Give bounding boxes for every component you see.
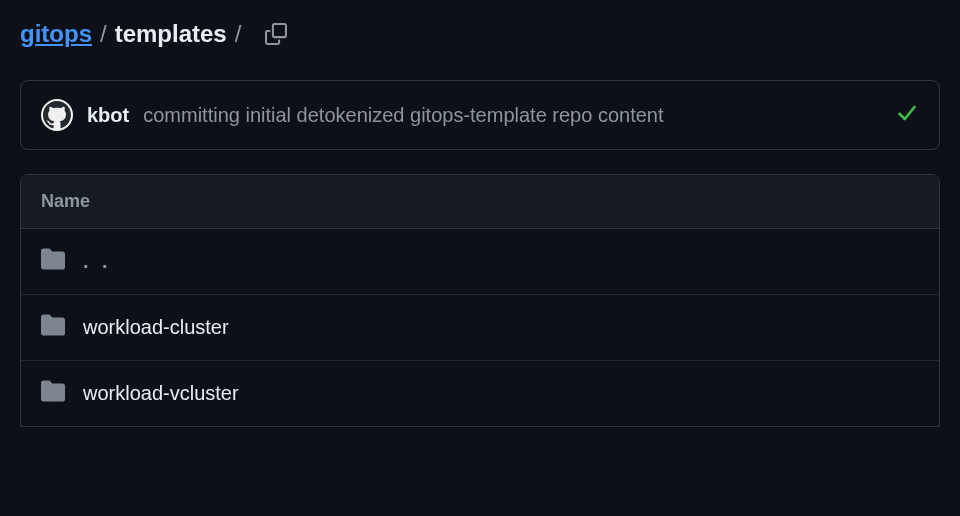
avatar[interactable] bbox=[41, 99, 73, 131]
breadcrumb-current: templates bbox=[115, 20, 227, 48]
breadcrumb-repo-link[interactable]: gitops bbox=[20, 20, 92, 48]
breadcrumb: gitops / templates / bbox=[20, 20, 940, 48]
commit-author[interactable]: kbot bbox=[87, 104, 129, 127]
commit-message[interactable]: committing initial detokenized gitops-te… bbox=[143, 104, 881, 127]
status-check-icon[interactable] bbox=[895, 101, 919, 129]
table-row-parent[interactable]: . . bbox=[21, 229, 939, 295]
folder-icon bbox=[41, 247, 65, 276]
folder-link[interactable]: workload-vcluster bbox=[83, 382, 239, 405]
folder-link[interactable]: workload-cluster bbox=[83, 316, 229, 339]
table-row[interactable]: workload-vcluster bbox=[21, 361, 939, 426]
table-row[interactable]: workload-cluster bbox=[21, 295, 939, 361]
latest-commit: kbot committing initial detokenized gito… bbox=[20, 80, 940, 150]
breadcrumb-separator: / bbox=[100, 20, 107, 48]
folder-icon bbox=[41, 313, 65, 342]
file-listing-table: Name . . workload-cluster workload-vclus… bbox=[20, 174, 940, 427]
github-avatar-icon bbox=[43, 101, 71, 129]
folder-icon bbox=[41, 379, 65, 408]
copy-path-button[interactable] bbox=[265, 23, 287, 45]
table-header-name: Name bbox=[21, 175, 939, 229]
parent-directory-link[interactable]: . . bbox=[83, 250, 112, 273]
breadcrumb-trailing-separator: / bbox=[235, 20, 242, 48]
copy-icon bbox=[265, 23, 287, 45]
